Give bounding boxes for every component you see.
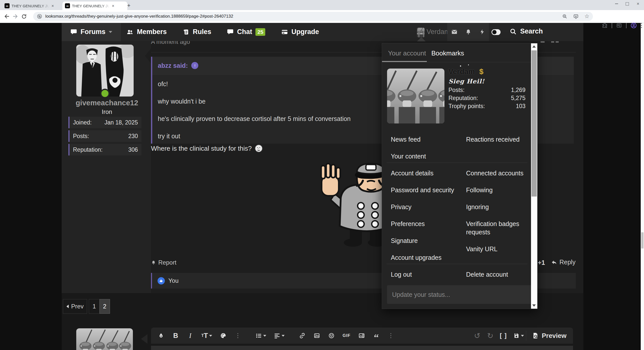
zoom-icon[interactable] — [562, 14, 567, 19]
bookmark-star-icon[interactable]: ☆ — [584, 14, 589, 19]
preview-button[interactable]: Preview — [532, 332, 566, 340]
text-color-palette-icon[interactable] — [220, 332, 227, 339]
menu-item-log-out[interactable]: Log out — [391, 270, 412, 279]
browser-tab-inactive[interactable]: ∞ THEY GENUINELY JUST GIVE AN ✕ — [2, 2, 65, 10]
tab-border — [382, 62, 531, 62]
inbox-mail-icon[interactable] — [451, 28, 458, 35]
back-button[interactable] — [3, 12, 11, 21]
report-label: Report — [158, 259, 176, 266]
page-1-button[interactable]: 1 — [89, 299, 99, 314]
menu-item-account-details[interactable]: Account details — [391, 169, 434, 177]
tab-close-icon[interactable]: ✕ — [51, 4, 54, 8]
plus-one-button[interactable]: +1 — [538, 259, 545, 266]
stat-value: 230 — [128, 133, 138, 140]
browser-tab-active[interactable]: ∞ THEY GENUINELY JUST GIVE AN ✕ — [62, 2, 127, 10]
undo-icon[interactable]: ↺ — [474, 331, 481, 340]
current-user-avatar-editor[interactable] — [76, 328, 133, 350]
panel-scrollbar-thumb[interactable] — [532, 50, 537, 197]
nav-members[interactable]: Members — [118, 23, 175, 41]
more-insert-options-icon[interactable] — [387, 332, 394, 339]
prev-arrow-icon — [66, 305, 69, 308]
menu-item-vanity-url[interactable]: Vanity URL — [466, 245, 498, 253]
editor-textarea[interactable] — [151, 346, 573, 350]
tab-your-account[interactable]: Your account — [388, 49, 426, 57]
align-button[interactable] — [274, 332, 285, 339]
alerts-bell-icon[interactable] — [465, 28, 472, 35]
forums-icon — [70, 28, 77, 36]
goto-quoted-post-icon[interactable]: ↑ — [191, 62, 198, 69]
window-close-button[interactable]: ✕ — [636, 2, 639, 6]
prev-page-button[interactable]: Prev — [63, 299, 87, 314]
maximize-button[interactable] — [626, 2, 629, 6]
panel-user-avatar[interactable] — [387, 69, 444, 123]
menu-item-ignoring[interactable]: Ignoring — [466, 203, 489, 211]
nav-upgrade[interactable]: Upgrade — [273, 23, 328, 41]
insert-link-icon[interactable] — [299, 332, 306, 339]
menu-item-news-feed[interactable]: News feed — [391, 135, 421, 144]
save-draft-icon[interactable] — [513, 332, 524, 339]
site-info-icon[interactable] — [37, 14, 42, 19]
menu-item-verification-badges[interactable]: Verification badges requests — [466, 220, 526, 236]
menu-item-following[interactable]: Following — [466, 186, 493, 194]
report-button[interactable]: Report — [151, 259, 176, 266]
panel-scrollbar[interactable] — [531, 43, 537, 309]
menu-item-your-content[interactable]: Your content — [391, 152, 426, 161]
panel-user-status: Sieg Heil! — [448, 78, 485, 85]
bbcode-toggle-button[interactable]: [ ] — [500, 332, 507, 339]
reload-button[interactable] — [20, 12, 28, 21]
stat-label: Trophy points: — [448, 103, 485, 110]
profile-icon[interactable] — [630, 22, 637, 29]
font-size-button[interactable]: TT — [201, 332, 212, 340]
gif-button[interactable]: GIF — [343, 333, 350, 338]
more-format-options-icon[interactable] — [234, 332, 241, 339]
panel-username[interactable]: Verdam $ — [448, 68, 483, 76]
reactions-bolt-icon[interactable] — [479, 28, 485, 35]
extensions-puzzle-icon[interactable] — [602, 22, 608, 28]
author-name[interactable]: givemeachance12 — [67, 99, 147, 107]
smilies-icon[interactable] — [328, 332, 335, 339]
install-icon[interactable] — [573, 14, 579, 19]
menu-item-account-upgrades[interactable]: Account upgrades — [391, 253, 442, 262]
insert-media-icon[interactable] — [358, 332, 365, 339]
status-input[interactable] — [387, 285, 532, 304]
menu-item-connected-accounts[interactable]: Connected accounts — [466, 169, 523, 177]
chrome-menu-icon[interactable] — [641, 22, 642, 28]
search-button[interactable]: Search — [510, 27, 543, 35]
reply-button[interactable]: Reply — [551, 259, 576, 266]
insert-quote-icon[interactable] — [373, 332, 380, 339]
tab-bookmarks[interactable]: Bookmarks — [431, 49, 464, 57]
menu-item-privacy[interactable]: Privacy — [391, 203, 411, 211]
bold-button[interactable]: B — [172, 332, 179, 340]
tab-close-icon[interactable]: ✕ — [112, 4, 115, 8]
redo-icon[interactable]: ↻ — [487, 331, 494, 340]
quote-author-link[interactable]: abzz said: — [158, 62, 188, 69]
nav-forums[interactable]: Forums — [62, 23, 121, 41]
menu-item-password-security[interactable]: Password and security — [391, 186, 454, 194]
account-menu-trigger[interactable]: Verdam — [427, 28, 450, 36]
insert-image-icon[interactable] — [313, 332, 320, 339]
new-tab-button[interactable]: + — [125, 2, 132, 9]
remove-formatting-icon[interactable] — [158, 332, 165, 339]
reply-label: Reply — [559, 259, 576, 266]
stat-label: Joined: — [73, 119, 92, 126]
menu-item-signature[interactable]: Signature — [391, 237, 418, 245]
account-menu-avatar[interactable] — [417, 28, 425, 37]
page-scrollbar-thumb[interactable] — [641, 232, 643, 248]
dark-mode-toggle[interactable] — [491, 29, 501, 35]
menu-item-preferences[interactable]: Preferences — [391, 220, 425, 228]
scroll-up-icon[interactable] — [532, 45, 536, 48]
menu-item-delete-account[interactable]: Delete account — [466, 270, 508, 279]
forward-button[interactable] — [11, 12, 20, 21]
bullet-list-button[interactable] — [255, 332, 266, 339]
nav-rules[interactable]: Rules — [174, 23, 220, 41]
menu-item-reactions-received[interactable]: Reactions received — [466, 135, 520, 144]
page-2-button-current[interactable]: 2 — [99, 299, 110, 314]
nav-chat[interactable]: Chat 25 — [218, 23, 274, 41]
minimize-button[interactable] — [615, 4, 618, 4]
italic-button[interactable]: I — [187, 332, 194, 340]
scroll-down-icon[interactable] — [532, 304, 536, 307]
page-scrollbar[interactable] — [641, 23, 644, 350]
side-search-icon[interactable] — [616, 22, 622, 28]
address-bar[interactable]: looksmax.org/threads/they-genuinely-just… — [33, 12, 593, 21]
glitch-dot — [468, 65, 469, 65]
